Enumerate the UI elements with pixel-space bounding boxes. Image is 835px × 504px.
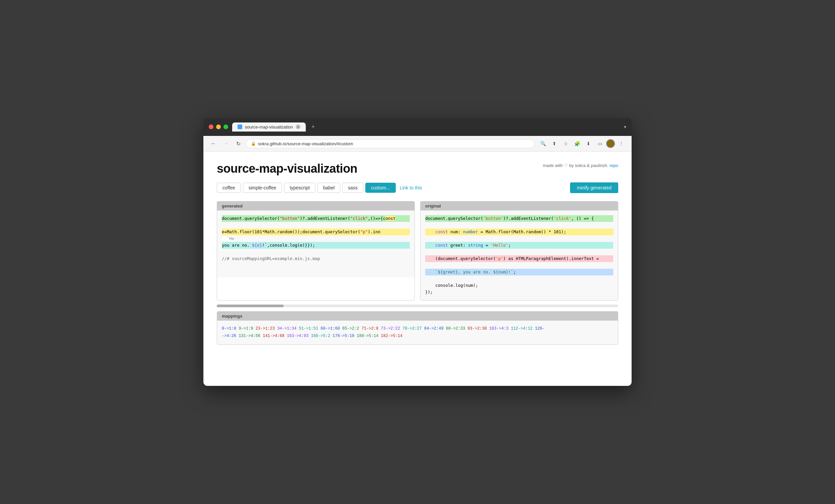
- mapping-item[interactable]: 141->4:68: [263, 334, 284, 338]
- traffic-lights: [209, 124, 228, 129]
- lock-icon: 🔒: [251, 141, 256, 146]
- tab-btn-coffee[interactable]: coffee: [217, 183, 241, 193]
- mapping-item[interactable]: 60->1:60: [321, 326, 340, 331]
- new-tab-button[interactable]: +: [308, 122, 318, 132]
- repo-link[interactable]: repo: [610, 163, 618, 168]
- page-title: source-map-visualization: [217, 162, 357, 176]
- mapping-item[interactable]: 23->1:23: [256, 326, 275, 331]
- mapping-item[interactable]: 131->4:56: [239, 334, 260, 338]
- sidebar-icon[interactable]: ▭: [595, 139, 605, 148]
- mappings-header: mappings: [217, 311, 618, 321]
- tab-title: source-map-visualization: [245, 124, 293, 129]
- mapping-item[interactable]: 34->1:34: [277, 326, 297, 331]
- back-button[interactable]: ←: [209, 139, 218, 148]
- page-content: source-map-visualization made with ♡ by …: [203, 152, 632, 386]
- tab-btn-babel[interactable]: babel: [318, 183, 340, 193]
- menu-icon[interactable]: ⋮: [616, 139, 626, 148]
- generated-panel-body[interactable]: document.querySelector("button")?.addEve…: [217, 210, 414, 278]
- original-code: document.querySelector('button')?.addEve…: [425, 215, 613, 296]
- tab-btn-typescript[interactable]: typescript: [284, 183, 315, 193]
- generated-panel-header: generated: [217, 201, 414, 210]
- tab-btn-custom[interactable]: custom...: [365, 183, 396, 193]
- active-tab[interactable]: source-map-visualization ✕: [232, 122, 306, 132]
- share-icon[interactable]: ⬆: [549, 139, 559, 148]
- address-field[interactable]: 🔒 sokra.github.io/source-map-visualizati…: [246, 139, 535, 148]
- mapping-item[interactable]: 0->1:0: [222, 326, 236, 331]
- mapping-item[interactable]: 112->4:12: [511, 326, 533, 331]
- browser-window: source-map-visualization ✕ + ▾ ← → ↻ 🔒 s…: [203, 118, 632, 386]
- mapping-item[interactable]: 180->5:14: [357, 334, 378, 338]
- address-bar: ← → ↻ 🔒 sokra.github.io/source-map-visua…: [203, 136, 632, 152]
- tab-favicon-icon: [238, 124, 242, 129]
- link-to-this[interactable]: Link to this: [400, 185, 422, 190]
- search-icon[interactable]: 🔍: [538, 139, 548, 148]
- mapping-item[interactable]: 73->2:22: [381, 326, 400, 331]
- mapping-item[interactable]: 9->1:9: [239, 326, 253, 331]
- chevron-down-icon: ▾: [624, 124, 626, 129]
- tab-bar: source-map-visualization ✕ + ▾: [232, 122, 626, 132]
- code-panels: generated document.querySelector("button…: [217, 201, 618, 301]
- tab-btn-simple-coffee[interactable]: simple-coffee: [243, 183, 282, 193]
- title-bar: source-map-visualization ✕ + ▾: [203, 118, 632, 136]
- original-panel: original document.querySelector('button'…: [420, 201, 618, 301]
- mapping-item[interactable]: 163->4:93: [287, 334, 308, 338]
- mapping-item[interactable]: 168->5:2: [311, 334, 330, 338]
- mapping-item[interactable]: 71->2:8: [362, 326, 378, 331]
- extensions-icon[interactable]: 🧩: [572, 139, 582, 148]
- tab-btn-sass[interactable]: sass: [342, 183, 363, 193]
- mapping-item[interactable]: 78->2:27: [403, 326, 422, 331]
- maximize-button[interactable]: [223, 124, 228, 129]
- mapping-item[interactable]: 84->2:49: [424, 326, 444, 331]
- page-header: source-map-visualization made with ♡ by …: [217, 162, 618, 176]
- generated-code: document.querySelector("button")?.addEve…: [222, 215, 410, 262]
- mapping-item[interactable]: 182->5:14: [381, 334, 403, 338]
- close-button[interactable]: [209, 124, 213, 129]
- mapping-item[interactable]: 126-: [535, 326, 545, 331]
- mapping-item[interactable]: 176->5:10: [332, 334, 354, 338]
- original-panel-body[interactable]: document.querySelector('button')?.addEve…: [421, 210, 618, 300]
- sourcemap-comment: //# sourceMappingURL=example.min.js.map: [222, 256, 320, 261]
- mappings-panel: mappings 0->1:0 9->1:9 23->1:23 34->1:34…: [217, 311, 618, 345]
- reload-button[interactable]: ↻: [234, 139, 243, 148]
- mapping-item[interactable]: 51->1:51: [299, 326, 318, 331]
- generated-panel: generated document.querySelector("button…: [217, 201, 415, 301]
- tab-close-icon[interactable]: ✕: [296, 124, 300, 129]
- minify-generated-button[interactable]: minify generated: [570, 182, 618, 193]
- mappings-body: 0->1:0 9->1:9 23->1:23 34->1:34 51->1:51…: [217, 321, 618, 344]
- toolbar-icons: 🔍 ⬆ ☆ 🧩 ⬇ ▭ ⋮: [538, 139, 626, 148]
- mapping-item[interactable]: ->4:26: [222, 334, 236, 338]
- mapping-item[interactable]: 88->2:33: [446, 326, 465, 331]
- heart-icon: ♡: [564, 163, 569, 168]
- minimize-button[interactable]: [216, 124, 221, 129]
- mapping-item[interactable]: 93->2:38: [468, 326, 487, 331]
- mapping-item[interactable]: 103->4:3: [489, 326, 509, 331]
- forward-button[interactable]: →: [222, 139, 231, 148]
- made-with-text: made with ♡ by sokra & paulirish. repo: [543, 162, 618, 168]
- tab-buttons-row: coffee simple-coffee typescript babel sa…: [217, 182, 618, 193]
- original-panel-header: original: [421, 201, 618, 210]
- mapping-item[interactable]: 65->2:2: [342, 326, 359, 331]
- bookmark-icon[interactable]: ☆: [561, 139, 571, 148]
- download-icon[interactable]: ⬇: [584, 139, 593, 148]
- avatar[interactable]: [606, 139, 615, 148]
- url-text: sokra.github.io/source-map-visualization…: [258, 141, 530, 146]
